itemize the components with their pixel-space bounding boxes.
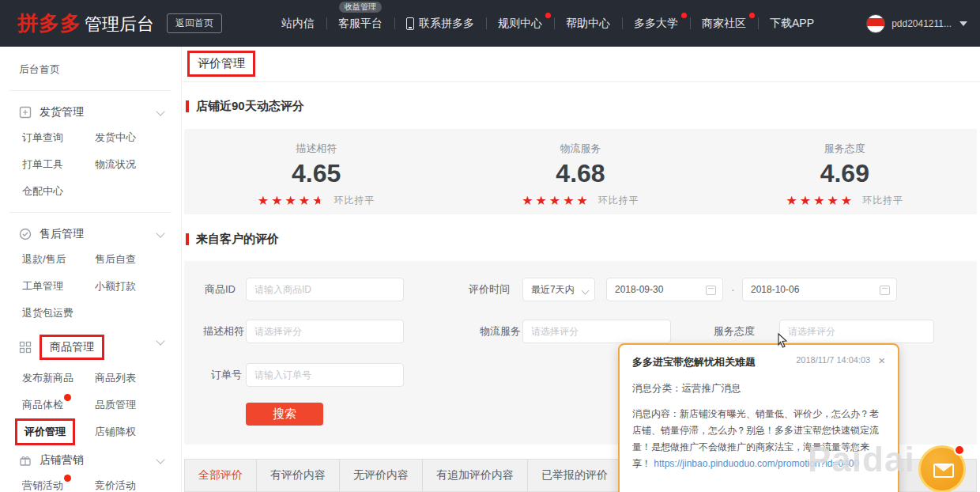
notification-dot <box>64 394 71 401</box>
chevron-down-icon <box>156 107 164 115</box>
desc-match-select[interactable] <box>246 320 404 343</box>
sidebar-item-ticket-mgmt[interactable]: 工单管理 <box>22 279 63 293</box>
notification-dot <box>545 13 551 18</box>
sidebar-item-goods-check[interactable]: 商品体检 <box>22 398 63 412</box>
product-id-label: 商品ID <box>205 278 236 301</box>
ratings-section-header: 店铺近90天动态评分 <box>186 99 304 114</box>
account-menu[interactable]: pdd2041211... <box>866 14 967 33</box>
date-range-separator: · <box>731 278 735 301</box>
sidebar-section-shipping-label: 发货管理 <box>40 105 84 119</box>
message-fab-button[interactable] <box>918 445 966 492</box>
sidebar-item-bidding-activity[interactable]: 竞价活动 <box>95 479 136 492</box>
envelope-icon <box>933 464 954 478</box>
sidebar-section-goods[interactable]: 商品管理 <box>19 335 181 360</box>
start-date-input[interactable]: 2018-09-30 <box>606 278 723 301</box>
star-rating: ★★★★★ 环比持平 <box>448 193 712 208</box>
sidebar-item-small-payment[interactable]: 小额打款 <box>95 279 136 293</box>
top-nav: 站内信 收益管理 客服平台 联系拼多多 规则中心 帮助中心 多多大学 商家社区 … <box>270 0 826 47</box>
check-circle-icon <box>19 228 32 240</box>
review-time-select[interactable]: 最近7天内 <box>522 278 595 301</box>
service-select[interactable] <box>779 320 934 343</box>
calendar-icon <box>706 286 716 295</box>
star-rating: ★★★★★ 环比持平 <box>713 193 977 208</box>
sidebar-section-shipping[interactable]: 发货管理 <box>19 105 181 119</box>
sidebar-section-aftersale[interactable]: 售后管理 <box>19 227 181 241</box>
logistics-select[interactable] <box>522 320 671 343</box>
notification-dot <box>954 445 965 456</box>
package-icon <box>19 106 32 119</box>
sidebar-item-order-query[interactable]: 订单查询 <box>22 131 63 145</box>
sidebar-item-store-demotion[interactable]: 店铺降权 <box>95 425 136 439</box>
sidebar-item-home[interactable]: 后台首页 <box>0 47 181 77</box>
logo-text: 拼多多 <box>17 9 81 37</box>
sidebar-item-print-tool[interactable]: 打单工具 <box>22 157 63 172</box>
close-icon[interactable]: × <box>878 355 885 365</box>
tab-with-content[interactable]: 有评价内容 <box>257 460 340 491</box>
chevron-down-icon <box>156 455 164 464</box>
sidebar-item-goods-list[interactable]: 商品列表 <box>95 371 136 385</box>
notification-dot <box>681 13 687 18</box>
divider <box>9 212 172 213</box>
sidebar-item-return-freight[interactable]: 退货包运费 <box>22 306 74 320</box>
nav-merchant-community-label: 商家社区 <box>702 17 746 31</box>
tab-without-content[interactable]: 无评价内容 <box>340 460 423 491</box>
service-platform-bubble: 收益管理 <box>339 2 382 13</box>
nav-site-mail[interactable]: 站内信 <box>270 0 326 47</box>
sidebar-item-ship-center[interactable]: 发货中心 <box>95 131 136 145</box>
sidebar-item-aftersale-selfcheck[interactable]: 售后自查 <box>95 252 136 267</box>
top-bar: 拼多多 管理后台 返回首页 站内信 收益管理 客服平台 联系拼多多 规则中心 帮… <box>0 0 980 47</box>
gift-icon <box>19 454 32 467</box>
sidebar: 后台首页 发货管理 订单查询 发货中心 打单工具 物流状况 仓配中心 售后管理 … <box>0 47 182 492</box>
popup-timestamp: 2018/11/7 14:04:03 <box>796 355 870 365</box>
nav-contact-pdd[interactable]: 联系拼多多 <box>394 0 486 47</box>
account-username: pdd2041211... <box>891 18 952 29</box>
logistics-label: 物流服务 <box>480 320 521 343</box>
nav-duoduo-university[interactable]: 多多大学 <box>622 0 690 47</box>
order-no-input[interactable] <box>246 363 404 387</box>
nav-rule-center[interactable]: 规则中心 <box>486 0 554 47</box>
chevron-down-icon <box>959 21 967 26</box>
sidebar-item-review-mgmt-label: 评价管理 <box>24 426 66 437</box>
divider <box>183 81 980 82</box>
sidebar-item-refund-aftersale[interactable]: 退款/售后 <box>22 252 66 267</box>
reviews-section-header: 来自客户的评价 <box>186 232 279 247</box>
nav-merchant-community[interactable]: 商家社区 <box>690 0 758 47</box>
sidebar-section-marketing[interactable]: 店铺营销 <box>19 453 181 467</box>
popup-category: 消息分类：运营推广消息 <box>632 382 885 395</box>
nav-rule-center-label: 规则中心 <box>498 17 542 31</box>
nav-service-platform[interactable]: 收益管理 客服平台 <box>326 0 394 47</box>
nav-download-app[interactable]: 下载APP <box>758 0 826 47</box>
rating-label: 描述相符 <box>184 142 448 156</box>
watermark: Paidai <box>808 440 915 479</box>
annotation-box-review-mgmt: 评价管理 <box>15 418 75 445</box>
chevron-down-icon <box>156 336 164 345</box>
sidebar-item-publish-goods[interactable]: 发布新商品 <box>22 371 74 385</box>
review-time-label: 评价时间 <box>469 278 510 301</box>
sidebar-section-goods-label: 商品管理 <box>50 340 94 353</box>
ratings-section-title: 店铺近90天动态评分 <box>196 99 304 114</box>
nav-help-center[interactable]: 帮助中心 <box>554 0 622 47</box>
search-button[interactable]: 搜索 <box>246 403 323 426</box>
tab-reported-reviews[interactable]: 已举报的评价 <box>528 460 622 491</box>
sidebar-item-review-mgmt[interactable]: 评价管理 <box>22 425 75 439</box>
notification-dot <box>64 475 71 482</box>
star-rating: ★★★★★ 环比持平 <box>184 193 448 208</box>
sidebar-item-quality-mgmt[interactable]: 品质管理 <box>95 398 136 412</box>
sidebar-section-goods-items: 发布新商品 商品列表 商品体检 品质管理 评价管理 店铺降权 <box>0 371 181 439</box>
sidebar-item-logistics-status[interactable]: 物流状况 <box>95 157 136 172</box>
tab-appended-reviews[interactable]: 有追加评价内容 <box>423 460 528 491</box>
sidebar-item-marketing-activity[interactable]: 营销活动 <box>22 479 63 492</box>
back-home-button[interactable]: 返回首页 <box>167 13 222 33</box>
sidebar-section-marketing-label: 店铺营销 <box>40 453 84 467</box>
desc-match-label: 描述相符 <box>203 320 244 343</box>
tab-all-reviews[interactable]: 全部评价 <box>185 460 257 491</box>
chevron-down-icon <box>582 287 590 295</box>
product-id-input[interactable] <box>246 278 404 301</box>
end-date-value: 2018-10-06 <box>751 284 799 295</box>
rating-card-description: 描述相符 4.65 ★★★★★ 环比持平 <box>184 129 448 214</box>
app-logo: 拼多多 管理后台 <box>17 9 154 37</box>
sidebar-section-aftersale-label: 售后管理 <box>40 227 84 241</box>
mouse-cursor <box>777 333 790 352</box>
sidebar-item-warehouse-center[interactable]: 仓配中心 <box>22 184 63 199</box>
end-date-input[interactable]: 2018-10-06 <box>742 278 897 301</box>
